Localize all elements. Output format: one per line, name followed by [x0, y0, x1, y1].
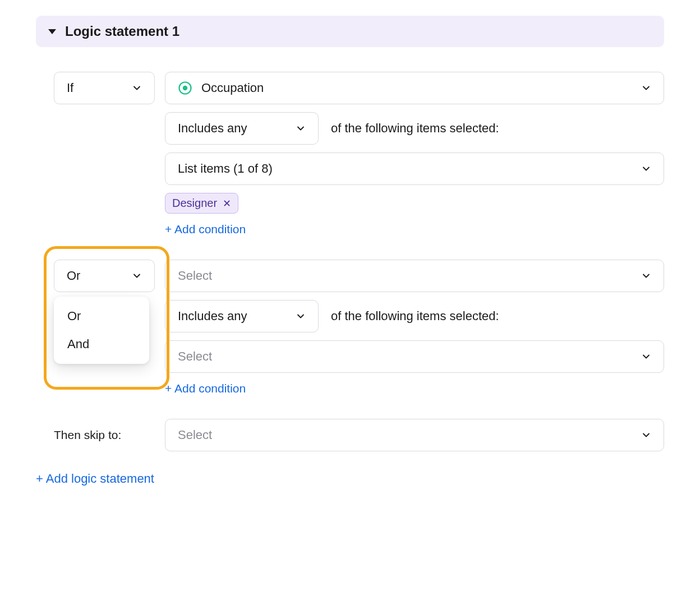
chip-remove-icon[interactable]: ✕ — [223, 198, 231, 209]
chevron-down-icon — [640, 429, 652, 441]
operator-helper-text: of the following items selected: — [331, 309, 499, 324]
chip-designer: Designer ✕ — [165, 193, 238, 214]
chevron-down-icon — [640, 163, 652, 175]
operator-label: Includes any — [178, 309, 247, 324]
operator-label: Includes any — [178, 121, 247, 136]
logic-card: Logic statement 1 If — [20, 0, 680, 514]
question-label: Occupation — [201, 81, 264, 95]
list-items-select[interactable]: Select — [165, 340, 664, 373]
chevron-down-icon — [640, 350, 652, 363]
collapse-caret-icon — [48, 29, 56, 34]
chevron-down-icon — [131, 270, 143, 282]
add-condition-link[interactable]: + Add condition — [165, 382, 246, 395]
chevron-down-icon — [640, 270, 652, 282]
dropdown-option-and[interactable]: And — [54, 330, 149, 358]
question-placeholder: Select — [178, 269, 212, 283]
operator-select[interactable]: Includes any — [165, 112, 319, 145]
add-logic-statement-link[interactable]: + Add logic statement — [36, 472, 664, 486]
operator-select[interactable]: Includes any — [165, 300, 319, 332]
then-row: Then skip to: Select — [54, 419, 664, 451]
add-condition-link[interactable]: + Add condition — [165, 223, 246, 236]
chevron-down-icon — [131, 82, 143, 94]
connector-label: Or — [67, 269, 80, 283]
operator-helper-text: of the following items selected: — [331, 121, 499, 136]
radio-circle-icon — [178, 81, 192, 95]
connector-dropdown: Or And — [54, 297, 149, 364]
condition-block-2: Or Or And Select — [36, 260, 664, 395]
list-items-placeholder: Select — [178, 349, 212, 364]
chip-label: Designer — [172, 197, 217, 210]
skip-target-select[interactable]: Select — [165, 419, 664, 451]
dropdown-option-or[interactable]: Or — [54, 302, 149, 330]
question-select[interactable]: Select — [165, 260, 664, 292]
question-select[interactable]: Occupation — [165, 72, 664, 104]
chevron-down-icon — [640, 82, 652, 94]
logic-statement-header[interactable]: Logic statement 1 — [36, 16, 664, 47]
logic-statement-title: Logic statement 1 — [65, 24, 179, 39]
connector-label: If — [67, 81, 73, 95]
condition-block-1: If Occupati — [36, 72, 664, 236]
list-items-select[interactable]: List items (1 of 8) — [165, 152, 664, 185]
svg-point-1 — [183, 86, 187, 90]
then-skip-label: Then skip to: — [54, 428, 121, 442]
skip-target-placeholder: Select — [178, 428, 212, 442]
selected-chips: Designer ✕ — [165, 193, 664, 214]
list-items-label: List items (1 of 8) — [178, 161, 273, 176]
connector-select-if[interactable]: If — [54, 72, 155, 104]
chevron-down-icon — [294, 310, 307, 322]
connector-select-or[interactable]: Or — [54, 260, 155, 292]
chevron-down-icon — [294, 122, 307, 135]
